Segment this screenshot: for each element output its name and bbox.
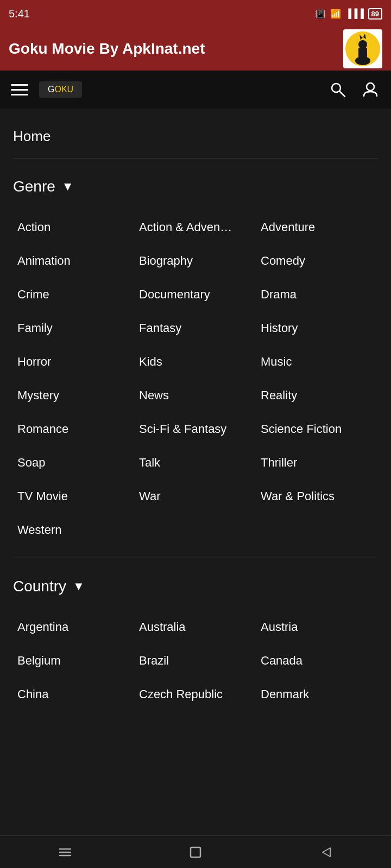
genre-item[interactable]: Drama: [256, 278, 378, 311]
genre-item[interactable]: Fantasy: [135, 311, 256, 345]
country-item[interactable]: Argentina: [13, 610, 135, 644]
status-bar: 5:41 📳 📶 ▐▐▐ 89: [0, 0, 391, 27]
genre-item[interactable]: Documentary: [135, 278, 256, 311]
svg-point-7: [367, 83, 374, 91]
genre-item[interactable]: Talk: [135, 446, 256, 480]
app-bar: Goku Movie By ApkInat.net: [0, 27, 391, 71]
genre-item[interactable]: Adventure: [256, 210, 378, 244]
genre-grid: ActionAction & Adven…AdventureAnimationB…: [13, 210, 378, 547]
country-item[interactable]: Belgium: [13, 644, 135, 678]
svg-marker-12: [323, 848, 330, 857]
logo-box: GOKU: [39, 81, 82, 98]
genre-item[interactable]: TV Movie: [13, 480, 135, 513]
hamburger-line-3: [11, 94, 28, 95]
genre-item: [135, 513, 256, 547]
country-section-header[interactable]: Country ▼: [13, 569, 378, 604]
country-grid: ArgentinaAustraliaAustriaBelgiumBrazilCa…: [13, 610, 378, 711]
goku-silhouette-svg: [346, 33, 379, 65]
genre-item[interactable]: Thriller: [256, 446, 378, 480]
country-item[interactable]: Austria: [256, 610, 378, 644]
genre-item[interactable]: News: [135, 379, 256, 412]
svg-point-1: [355, 56, 370, 65]
logo-letter-g: G: [48, 85, 54, 94]
logo-letter-u: U: [67, 85, 74, 94]
home-link[interactable]: Home: [13, 119, 378, 154]
genre-item[interactable]: Sci-Fi & Fantasy: [135, 412, 256, 446]
nav-bar: GOKU: [0, 71, 391, 108]
genre-item[interactable]: Horror: [13, 345, 135, 379]
bottom-nav-menu[interactable]: [49, 841, 81, 863]
wifi-icon: 📶: [330, 9, 341, 19]
signal-icon: ▐▐▐: [345, 9, 364, 18]
goku-circle-logo: [345, 31, 380, 66]
genre-item[interactable]: Action & Adven…: [135, 210, 256, 244]
bottom-home-icon: [188, 845, 203, 860]
hamburger-menu[interactable]: [11, 84, 28, 95]
genre-item[interactable]: Western: [13, 513, 135, 547]
genre-section-header[interactable]: Genre ▼: [13, 169, 378, 204]
logo-letter-k: K: [61, 85, 67, 94]
genre-item[interactable]: Music: [256, 345, 378, 379]
hamburger-line-2: [11, 89, 28, 91]
search-icon: [329, 81, 346, 98]
country-item[interactable]: Brazil: [135, 644, 256, 678]
bottom-back-icon: [318, 845, 333, 860]
status-time: 5:41: [9, 8, 30, 20]
search-button[interactable]: [328, 80, 348, 99]
genre-item: [256, 513, 378, 547]
genre-chevron-icon: ▼: [62, 180, 74, 194]
svg-line-6: [339, 91, 345, 97]
country-title: Country: [13, 578, 66, 595]
genre-item[interactable]: War & Politics: [256, 480, 378, 513]
genre-item[interactable]: Crime: [13, 278, 135, 311]
genre-item[interactable]: War: [135, 480, 256, 513]
genre-item[interactable]: Mystery: [13, 379, 135, 412]
country-item[interactable]: Czech Republic: [135, 678, 256, 711]
logo-letter-o: O: [54, 85, 61, 94]
genre-item[interactable]: Biography: [135, 244, 256, 278]
country-item[interactable]: China: [13, 678, 135, 711]
bottom-menu-icon: [58, 845, 73, 860]
country-item[interactable]: Australia: [135, 610, 256, 644]
country-chevron-icon: ▼: [73, 579, 85, 593]
svg-point-2: [358, 40, 367, 49]
genre-item[interactable]: Romance: [13, 412, 135, 446]
main-content: Home Genre ▼ ActionAction & Adven…Advent…: [0, 108, 391, 760]
bottom-nav: [0, 835, 391, 868]
genre-item[interactable]: Comedy: [256, 244, 378, 278]
status-icons: 📳 📶 ▐▐▐ 89: [315, 8, 382, 20]
genre-item[interactable]: Family: [13, 311, 135, 345]
genre-item[interactable]: Science Fiction: [256, 412, 378, 446]
genre-item[interactable]: Reality: [256, 379, 378, 412]
bottom-nav-back[interactable]: [310, 841, 342, 863]
app-title: Goku Movie By ApkInat.net: [9, 40, 205, 58]
genre-item[interactable]: Soap: [13, 446, 135, 480]
genre-divider: [13, 558, 378, 558]
user-icon: [362, 81, 379, 98]
app-logo: [343, 29, 382, 68]
bottom-nav-home[interactable]: [179, 841, 212, 863]
country-item[interactable]: Denmark: [256, 678, 378, 711]
battery-indicator: 89: [368, 8, 382, 20]
genre-item[interactable]: Kids: [135, 345, 256, 379]
hamburger-line-1: [11, 84, 28, 86]
svg-rect-3: [358, 48, 367, 58]
user-profile-button[interactable]: [361, 80, 380, 99]
vibrate-icon: 📳: [315, 9, 326, 19]
nav-right-icons: [328, 80, 380, 99]
country-item[interactable]: Canada: [256, 644, 378, 678]
genre-title: Genre: [13, 178, 55, 195]
genre-item[interactable]: Action: [13, 210, 135, 244]
svg-rect-11: [191, 847, 200, 857]
genre-item[interactable]: Animation: [13, 244, 135, 278]
home-divider: [13, 158, 378, 158]
genre-item[interactable]: History: [256, 311, 378, 345]
